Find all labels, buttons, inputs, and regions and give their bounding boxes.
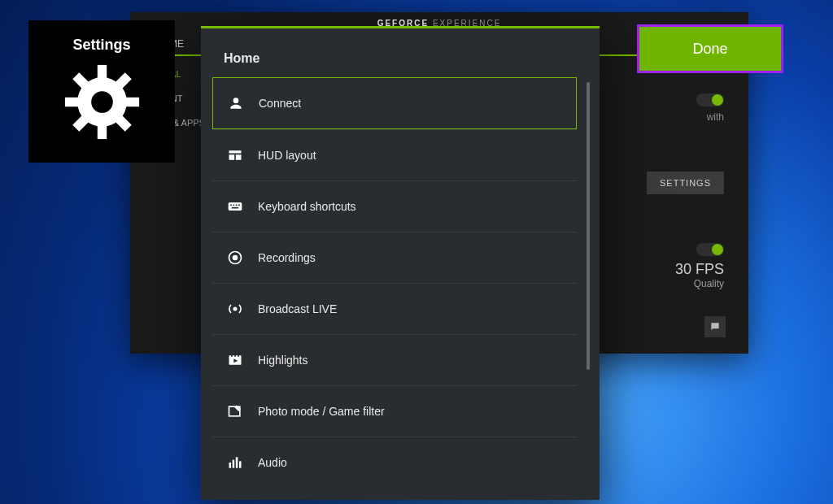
svg-rect-3	[64, 98, 78, 106]
keyboard-icon	[227, 198, 243, 215]
overlay-item-recordings[interactable]: Recordings	[212, 232, 577, 283]
scrollbar[interactable]	[587, 82, 590, 370]
done-button[interactable]: Done	[639, 27, 781, 71]
overlay-heading: Home	[201, 28, 600, 72]
overlay-item-keyboard-shortcuts[interactable]: Keyboard shortcuts	[212, 180, 577, 232]
overlay-item-label: Broadcast LIVE	[258, 302, 337, 315]
layout-icon	[227, 147, 243, 163]
settings-tile-title: Settings	[28, 37, 175, 54]
gear-icon	[63, 63, 141, 141]
svg-rect-2	[97, 125, 106, 139]
svg-rect-28	[239, 461, 242, 467]
overlay-item-label: Photo mode / Game filter	[258, 405, 385, 418]
overlay-settings-panel: Home Connect HUD layout Keyboard shortcu…	[201, 26, 600, 500]
broadcast-icon	[227, 301, 243, 317]
overlay-item-label: Highlights	[258, 354, 307, 367]
overlay-item-label: HUD layout	[258, 149, 316, 162]
settings-tile[interactable]: Settings	[28, 20, 175, 163]
quality-label: Quality	[675, 278, 724, 289]
overlay-item-broadcast-live[interactable]: Broadcast LIVE	[212, 283, 577, 334]
toggle-overlay[interactable]	[696, 93, 724, 106]
fps-value: 30 FPS	[675, 261, 724, 278]
svg-rect-25	[229, 463, 232, 468]
chat-icon	[709, 321, 721, 332]
overlay-item-photo-mode[interactable]: Photo mode / Game filter	[212, 385, 577, 437]
svg-rect-26	[233, 460, 235, 468]
svg-rect-27	[236, 457, 238, 467]
photo-filter-icon	[227, 403, 243, 419]
highlights-icon	[227, 352, 243, 368]
overlay-list: Connect HUD layout Keyboard shortcuts Re…	[212, 77, 577, 492]
desktop-background: GEFORCE EXPERIENCE HOME GENERAL ACCOUNT …	[0, 0, 833, 504]
fps-block: 30 FPS Quality	[675, 261, 724, 289]
overlay-item-hud-layout[interactable]: HUD layout	[212, 129, 577, 180]
recording-icon	[227, 250, 243, 266]
svg-rect-11	[230, 205, 232, 206]
right-column: with SETTINGS 30 FPS Quality	[610, 93, 724, 289]
overlay-item-label: Recordings	[258, 251, 316, 264]
svg-rect-13	[236, 205, 238, 206]
svg-point-9	[91, 91, 113, 113]
svg-rect-20	[231, 354, 233, 357]
svg-rect-1	[97, 65, 106, 79]
svg-point-18	[233, 307, 238, 311]
overlay-item-audio[interactable]: Audio	[212, 437, 577, 488]
toggle-fps[interactable]	[696, 243, 724, 256]
overlay-item-label: Audio	[258, 456, 287, 469]
svg-rect-21	[234, 354, 236, 357]
svg-rect-10	[229, 202, 242, 211]
svg-point-17	[233, 255, 238, 261]
overlay-item-connect[interactable]: Connect	[212, 77, 577, 129]
audio-equalizer-icon	[227, 454, 243, 471]
done-button-highlight: Done	[637, 24, 783, 73]
overlay-item-label: Keyboard shortcuts	[258, 200, 356, 213]
svg-rect-15	[232, 207, 238, 209]
overlay-item-label: Connect	[259, 97, 301, 110]
label-with: with	[707, 111, 724, 123]
svg-rect-14	[238, 205, 240, 206]
svg-rect-12	[233, 205, 235, 206]
svg-rect-22	[238, 354, 239, 357]
feedback-button[interactable]	[704, 316, 726, 337]
overlay-item-highlights[interactable]: Highlights	[212, 334, 577, 385]
person-icon	[228, 95, 244, 111]
svg-rect-4	[125, 98, 139, 106]
settings-button[interactable]: SETTINGS	[647, 172, 724, 194]
